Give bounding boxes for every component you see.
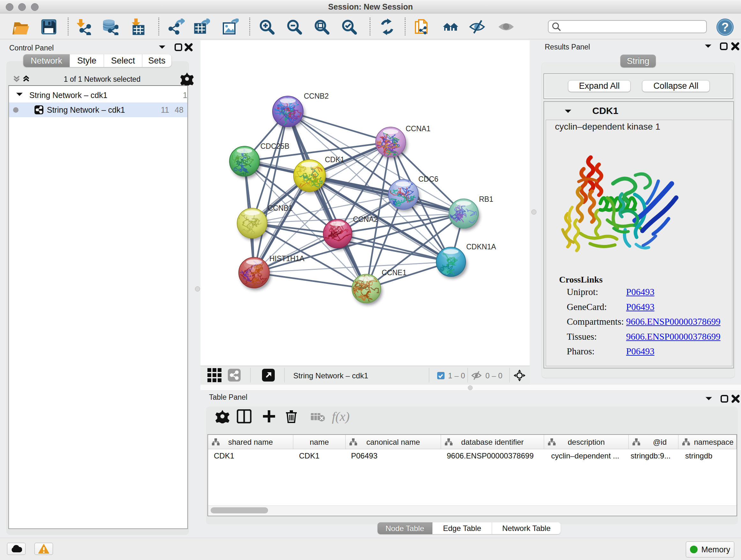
svg-text:CCNA2: CCNA2 (353, 215, 378, 224)
svg-text:?: ? (721, 20, 729, 34)
svg-text:CCNB2: CCNB2 (304, 92, 329, 100)
svg-text:CCNB1: CCNB1 (268, 204, 293, 212)
svg-text:CDC25B: CDC25B (260, 142, 289, 150)
svg-text:CCNE1: CCNE1 (382, 268, 407, 277)
svg-text:CDKN1A: CDKN1A (466, 243, 496, 251)
svg-text:HIST1H1A: HIST1H1A (269, 254, 305, 263)
svg-text:RB1: RB1 (479, 195, 493, 203)
svg-text:CDK1: CDK1 (325, 155, 344, 164)
svg-text:CCNA1: CCNA1 (406, 125, 430, 133)
svg-text:CDC6: CDC6 (418, 175, 439, 183)
